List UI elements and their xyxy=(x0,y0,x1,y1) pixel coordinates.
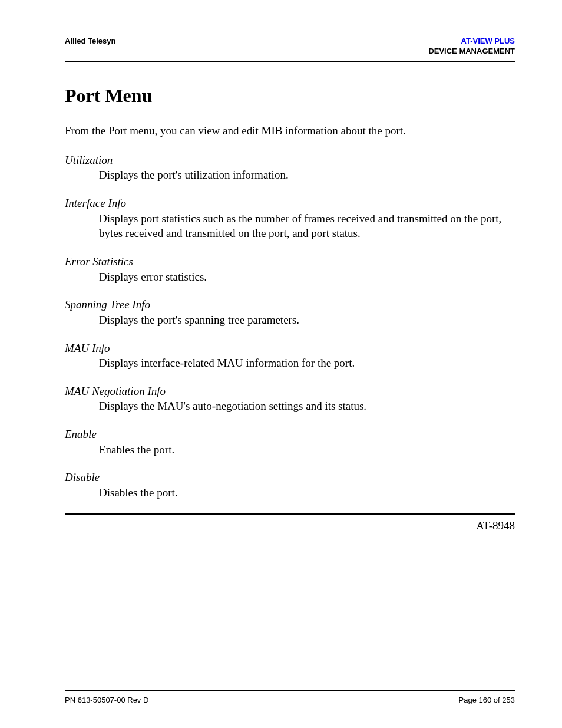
section-divider xyxy=(65,513,515,515)
definition-item: Interface InfoDisplays port statistics s… xyxy=(65,196,515,241)
page-header: Allied Telesyn AT-VIEW PLUS DEVICE MANAG… xyxy=(65,37,515,62)
definition-description: Displays error statistics. xyxy=(99,269,515,285)
definition-description: Enables the port. xyxy=(99,442,515,457)
page-footer: PN 613-50507-00 Rev D Page 160 of 253 xyxy=(65,690,515,704)
header-product-name: AT-VIEW PLUS xyxy=(428,37,515,47)
definition-term: MAU Info xyxy=(65,341,515,356)
definition-description: Displays the port's spanning tree parame… xyxy=(99,312,515,328)
definition-description: Displays the port's utilization informat… xyxy=(99,167,515,183)
definition-description: Displays port statistics such as the num… xyxy=(99,211,515,241)
definitions-list: UtilizationDisplays the port's utilizati… xyxy=(65,153,515,500)
header-product: AT-VIEW PLUS DEVICE MANAGEMENT xyxy=(428,37,515,57)
definition-item: MAU InfoDisplays interface-related MAU i… xyxy=(65,341,515,371)
device-model: AT-8948 xyxy=(65,519,515,532)
intro-paragraph: From the Port menu, you can view and edi… xyxy=(65,124,515,137)
page-content: Port Menu From the Port menu, you can vi… xyxy=(65,62,515,690)
definition-term: Disable xyxy=(65,470,515,485)
definition-item: MAU Negotiation InfoDisplays the MAU's a… xyxy=(65,384,515,414)
definition-term: Error Statistics xyxy=(65,254,515,269)
definition-term: Spanning Tree Info xyxy=(65,297,515,312)
definition-term: Utilization xyxy=(65,153,515,168)
definition-item: DisableDisables the port. xyxy=(65,470,515,500)
definition-description: Displays the MAU's auto-negotiation sett… xyxy=(99,398,515,414)
header-company: Allied Telesyn xyxy=(65,37,115,45)
page-title: Port Menu xyxy=(65,85,515,107)
definition-term: Enable xyxy=(65,427,515,442)
footer-page-number: Page 160 of 253 xyxy=(459,696,515,704)
header-section-name: DEVICE MANAGEMENT xyxy=(428,47,515,57)
definition-description: Disables the port. xyxy=(99,485,515,500)
definition-item: EnableEnables the port. xyxy=(65,427,515,457)
definition-item: UtilizationDisplays the port's utilizati… xyxy=(65,153,515,183)
definition-item: Spanning Tree InfoDisplays the port's sp… xyxy=(65,297,515,327)
definition-item: Error StatisticsDisplays error statistic… xyxy=(65,254,515,284)
definition-term: MAU Negotiation Info xyxy=(65,384,515,399)
definition-term: Interface Info xyxy=(65,196,515,211)
definition-description: Displays interface-related MAU informati… xyxy=(99,355,515,371)
footer-part-number: PN 613-50507-00 Rev D xyxy=(65,696,148,704)
